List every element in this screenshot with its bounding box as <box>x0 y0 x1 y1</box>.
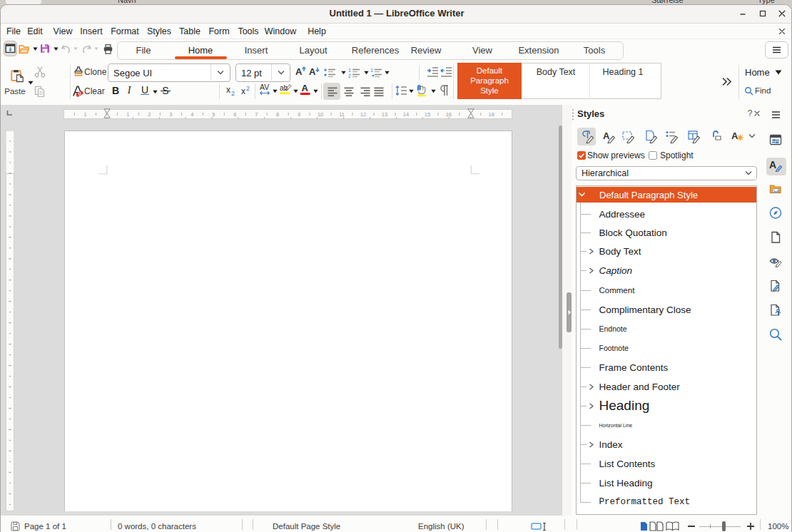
svg-text:2: 2 <box>148 111 151 117</box>
svg-text:A: A <box>302 83 309 93</box>
svg-text:1: 1 <box>348 68 351 73</box>
svg-text:A: A <box>309 66 316 77</box>
svg-text:14: 14 <box>403 111 409 117</box>
svg-text:2: 2 <box>246 85 250 92</box>
svg-text:A: A <box>295 66 303 77</box>
svg-text:x: x <box>226 85 230 95</box>
svg-text:1: 1 <box>126 111 129 117</box>
svg-text:5: 5 <box>212 111 215 117</box>
svg-text:8: 8 <box>276 111 279 117</box>
svg-text:11: 11 <box>339 111 345 117</box>
svg-text:4: 4 <box>191 111 193 117</box>
svg-text:1: 1 <box>83 111 86 117</box>
svg-text:13: 13 <box>382 111 387 117</box>
svg-text:2: 2 <box>348 73 351 78</box>
svg-text:x: x <box>241 86 245 96</box>
svg-text:AV: AV <box>260 83 269 91</box>
svg-text:A: A <box>603 131 610 141</box>
svg-text:3: 3 <box>169 111 172 117</box>
svg-text:15: 15 <box>425 111 430 117</box>
svg-text:A: A <box>769 159 776 170</box>
svg-text:12: 12 <box>360 111 366 117</box>
svg-text:18: 18 <box>489 111 494 117</box>
svg-text:10: 10 <box>318 111 323 117</box>
svg-text:2: 2 <box>231 90 235 96</box>
svg-text:9: 9 <box>298 111 300 117</box>
svg-text:7: 7 <box>255 111 258 117</box>
svg-text:1: 1 <box>370 68 373 73</box>
svg-text:A: A <box>731 131 738 141</box>
svg-text:6: 6 <box>233 111 236 117</box>
svg-text:16: 16 <box>446 111 452 117</box>
